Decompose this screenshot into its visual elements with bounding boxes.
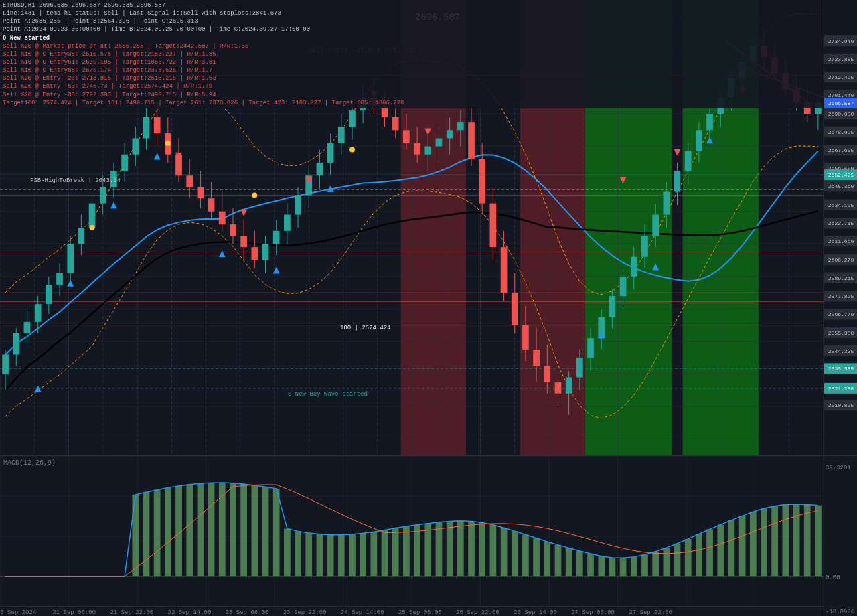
info-line-1: Line:1481 | tema_h1_status: Sell | Last … [3,9,821,17]
macd-panel: MACD(12,26,9) [0,455,824,616]
info-sell-5: Sell %20 @ Entry -23: 2713.815 | Target:… [3,74,821,82]
chart-container: ETHUSD,H1 2696.535 2696.587 2696.535 269… [0,0,857,616]
macd-axis [824,455,857,616]
info-bar: ETHUSD,H1 2696.535 2696.587 2696.535 269… [0,0,824,108]
time-axis [0,606,824,616]
fsb-label: FSB-HighToBreak | 2643.34 [30,177,121,184]
title-line: ETHUSD,H1 2696.535 2696.587 2696.535 269… [3,1,821,9]
info-line-new: 0 New started [3,34,821,42]
info-line-3: Point A:2024.09.23 06:00:00 | Time B:202… [3,25,821,33]
buy-wave-label: 0 New Buy Wave started [288,391,368,398]
price-axis [824,0,857,455]
macd-label: MACD(12,26,9) [3,459,56,467]
info-sell-1: Sell %20 @ Market price or at: 2685.285 … [3,42,821,50]
info-sell-3: Sell %10 @ C_Entry61: 2639.105 | Target:… [3,58,821,66]
info-line-2: Point A:2685.285 | Point B:2564.396 | Po… [3,17,821,25]
info-sell-4: Sell %10 @ C_Entry88: 2670.174 | Target:… [3,66,821,74]
info-sell-2: Sell %10 @ C_Entry38: 2610.576 | Target:… [3,50,821,58]
info-sell-6: Sell %20 @ Entry -50: 2745.73 | Target:2… [3,82,821,90]
info-sell-7: Sell %20 @ Entry -88: 2792.393 | Target:… [3,91,821,99]
info-targets: Target100: 2574.424 | Target 161: 2499.7… [3,99,821,107]
target100-label: 100 | 2574.424 [340,325,391,331]
